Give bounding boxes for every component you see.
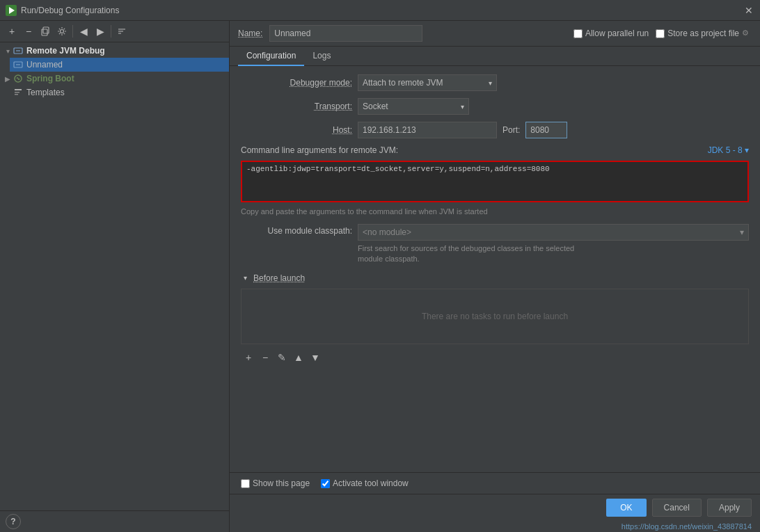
- tree-group-templates[interactable]: Templates: [0, 86, 229, 99]
- app-icon: [6, 5, 17, 16]
- cmd-args-header-row: Command line arguments for remote JVM: J…: [241, 145, 749, 158]
- port-row: Port:: [502, 122, 567, 138]
- main-layout: + − ◀ ▶: [0, 21, 760, 532]
- tree-item-unnamed[interactable]: Unnamed: [10, 58, 229, 72]
- module-classpath-section: Use module classpath: <no module> ▾ Firs…: [241, 224, 749, 265]
- spring-boot-expand-icon: ▶: [3, 74, 13, 83]
- sort-button[interactable]: [114, 24, 129, 39]
- cmd-hint-text: Copy and paste the arguments to the comm…: [241, 207, 749, 216]
- sidebar-tree: ▾ Remote JVM Debug Unnamed: [0, 42, 229, 510]
- tabs-bar: Configuration Logs: [230, 47, 760, 66]
- tree-group-remote-jvm[interactable]: ▾ Remote JVM Debug: [0, 44, 229, 58]
- name-input[interactable]: [269, 25, 422, 42]
- before-launch-header: ▾ Before launch: [241, 271, 749, 283]
- svg-rect-2: [42, 29, 47, 35]
- sidebar-toolbar: + − ◀ ▶: [0, 21, 229, 42]
- module-classpath-dropdown[interactable]: <no module> ▾: [358, 224, 749, 241]
- cmd-args-label: Command line arguments for remote JVM:: [241, 145, 398, 155]
- sidebar-bottom: ?: [0, 510, 229, 532]
- store-project-label: Store as project file: [667, 29, 739, 38]
- unnamed-label: Unnamed: [26, 60, 63, 70]
- debugger-mode-row: Debugger mode: Attach to remote JVM ▾: [241, 74, 749, 91]
- title-bar: Run/Debug Configurations ✕: [0, 0, 760, 21]
- ok-button[interactable]: OK: [606, 499, 646, 517]
- settings-icon: [57, 26, 67, 36]
- module-classpath-label: Use module classpath:: [241, 224, 352, 236]
- transport-dropdown[interactable]: Socket ▾: [358, 98, 469, 115]
- transport-value: Socket: [363, 102, 388, 111]
- url-bar: https://blog.csdn.net/weixin_43887814: [230, 521, 760, 532]
- svg-point-4: [61, 30, 64, 33]
- chevron-down-icon: ▾: [484, 79, 492, 87]
- window-title: Run/Debug Configurations: [21, 6, 743, 15]
- toolbar-separator-2: [111, 25, 111, 38]
- copy-icon: [40, 26, 50, 36]
- tree-expand-icon: ▾: [3, 46, 13, 56]
- templates-label: Templates: [26, 88, 65, 97]
- module-right: <no module> ▾ First search for sources o…: [358, 224, 749, 265]
- before-launch-edit-button[interactable]: ✎: [274, 350, 290, 365]
- config-icon: [13, 59, 24, 70]
- host-port-row: Host: Port:: [241, 122, 749, 138]
- arrow-right-button[interactable]: ▶: [93, 24, 108, 39]
- activate-tool-window-row: Activate tool window: [321, 478, 409, 488]
- dialog-buttons: OK Cancel Apply: [230, 494, 760, 521]
- before-launch-toggle[interactable]: ▾: [241, 274, 249, 282]
- content-panel: Name: Allow parallel run Store as projec…: [230, 21, 760, 532]
- before-launch-area: There are no tasks to run before launch: [241, 289, 749, 344]
- debugger-mode-label: Debugger mode:: [241, 78, 352, 88]
- cancel-button[interactable]: Cancel: [652, 499, 702, 517]
- cmd-args-textarea[interactable]: -agentlib:jdwp=transport=dt_socket,serve…: [241, 161, 749, 202]
- settings-button[interactable]: [54, 24, 70, 39]
- host-input[interactable]: [358, 122, 497, 138]
- arrow-left-button[interactable]: ◀: [76, 24, 91, 39]
- svg-rect-3: [43, 27, 49, 33]
- before-launch-add-button[interactable]: +: [241, 350, 256, 365]
- remove-config-button[interactable]: −: [21, 24, 36, 39]
- sort-icon: [117, 26, 127, 36]
- transport-chevron-icon: ▾: [457, 103, 464, 111]
- before-launch-down-button[interactable]: ▼: [308, 350, 323, 365]
- copy-config-button[interactable]: [38, 24, 53, 39]
- show-this-page-checkbox[interactable]: [241, 479, 250, 488]
- debugger-mode-dropdown[interactable]: Attach to remote JVM ▾: [358, 74, 497, 91]
- no-tasks-message: There are no tasks to run before launch: [422, 312, 568, 321]
- show-this-page-row: Show this page: [241, 478, 310, 488]
- tab-logs[interactable]: Logs: [304, 47, 339, 66]
- before-launch-toolbar: + − ✎ ▲ ▼: [241, 350, 749, 365]
- help-button[interactable]: ?: [6, 514, 21, 529]
- config-panel: Debugger mode: Attach to remote JVM ▾ Tr…: [230, 66, 760, 472]
- transport-label: Transport:: [241, 102, 352, 111]
- remote-jvm-label: Remote JVM Debug: [26, 46, 105, 56]
- transport-row: Transport: Socket ▾: [241, 98, 749, 115]
- tree-group-spring-boot[interactable]: ▶ Spring Boot: [0, 72, 229, 86]
- store-project-row: Store as project file ⚙: [656, 29, 752, 38]
- store-project-checkbox[interactable]: [656, 29, 665, 38]
- remote-jvm-icon: [13, 45, 24, 56]
- add-config-button[interactable]: +: [4, 24, 19, 39]
- allow-parallel-label: Allow parallel run: [585, 29, 649, 38]
- name-bar: Name: Allow parallel run Store as projec…: [230, 21, 760, 47]
- before-launch-up-button[interactable]: ▲: [291, 350, 306, 365]
- module-chevron-icon: ▾: [740, 227, 744, 237]
- jdk-version-dropdown[interactable]: JDK 5 - 8 ▾: [708, 145, 749, 155]
- store-settings-icon[interactable]: ⚙: [742, 29, 752, 38]
- sidebar: + − ◀ ▶: [0, 21, 230, 532]
- tab-configuration[interactable]: Configuration: [238, 47, 304, 66]
- allow-parallel-row: Allow parallel run: [573, 29, 649, 38]
- spring-boot-label: Spring Boot: [26, 74, 74, 83]
- before-launch-remove-button[interactable]: −: [258, 350, 273, 365]
- before-launch-title: Before launch: [253, 273, 305, 283]
- allow-parallel-checkbox[interactable]: [573, 29, 583, 38]
- activate-tool-window-label: Activate tool window: [333, 478, 409, 488]
- activate-tool-window-checkbox[interactable]: [321, 479, 330, 488]
- templates-expand-icon: [3, 88, 13, 97]
- close-button[interactable]: ✕: [743, 5, 754, 16]
- toolbar-separator: [72, 25, 73, 38]
- module-hint: First search for sources of the debugged…: [358, 243, 749, 265]
- port-input[interactable]: [525, 122, 567, 138]
- port-label: Port:: [502, 125, 520, 135]
- templates-icon: [13, 87, 24, 98]
- show-this-page-label: Show this page: [253, 478, 310, 488]
- apply-button[interactable]: Apply: [707, 499, 752, 517]
